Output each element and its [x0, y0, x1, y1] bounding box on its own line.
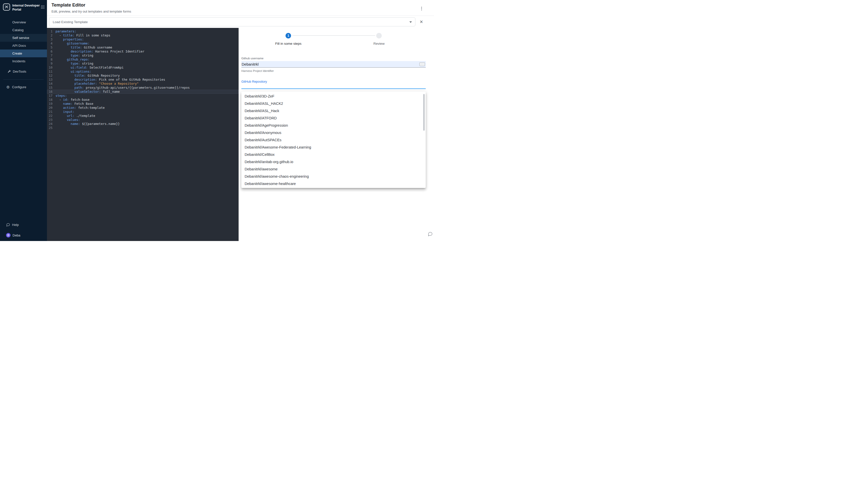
line-content: type: string: [53, 62, 93, 66]
stepper: 1 Fill in some steps Review: [239, 28, 434, 51]
line-number: 6: [47, 50, 53, 54]
line-number: 23: [47, 118, 53, 122]
line-content: description: Pick one of the GitHub Repo…: [53, 78, 165, 82]
template-form: Github username Debanitrkl ··· Harness P…: [241, 57, 426, 188]
line-content: - title: Fill in some steps: [53, 33, 110, 37]
code-line: 10 ui:field: SelectFieldFromApi: [47, 66, 239, 70]
user-menu[interactable]: D Deba: [0, 232, 47, 239]
stepper-step-1-label: Fill in some steps: [275, 42, 301, 46]
repo-option[interactable]: Debanitrkl/ATFORD: [241, 115, 426, 122]
repo-option[interactable]: Debanitrkl/Anonymous: [241, 129, 426, 137]
sidebar-item-api-docs[interactable]: API Docs: [0, 42, 47, 50]
line-content: input:: [53, 110, 74, 114]
autofill-ellipsis-icon[interactable]: ···: [420, 62, 425, 66]
stepper-connector: [292, 35, 375, 36]
line-number: 21: [47, 110, 53, 114]
sidebar-item-overview[interactable]: Overview: [0, 18, 47, 26]
line-content: placeholder: "Choose a Repository": [53, 82, 138, 86]
sidebar-item-devtools[interactable]: DevTools: [0, 68, 47, 76]
repo-options: Debanitrkl/3D-ZeFDebanitrkl/ASL_HACK2Deb…: [241, 93, 426, 187]
sidebar-item-incidents[interactable]: Incidents: [0, 57, 47, 65]
line-content: steps:: [53, 94, 67, 98]
sidebar-item-self-service[interactable]: Self service: [0, 34, 47, 42]
line-number: 1: [47, 29, 53, 33]
repo-option[interactable]: Debanitrkl/AgeProgression: [241, 122, 426, 129]
line-number: 11: [47, 70, 53, 73]
repo-option[interactable]: Debanitrkl/awesome-chaos-engineering: [241, 173, 426, 180]
repo-option[interactable]: Debanitrkl/awesome: [241, 165, 426, 173]
github-repository-label: GitHub Repository: [241, 80, 426, 84]
apps-grid-icon[interactable]: [41, 5, 44, 10]
line-number: 10: [47, 66, 53, 70]
repo-option[interactable]: Debanitrkl/ASL_Hack: [241, 107, 426, 115]
app-root: Internal Developer Portal OverviewCatalo…: [0, 0, 434, 241]
page-title: Template Editor: [52, 2, 434, 8]
repo-option[interactable]: Debanitrkl/Awesome-Federated-Learning: [241, 144, 426, 151]
code-line: 17steps:: [47, 94, 239, 98]
code-line: 21 input:: [47, 110, 239, 114]
line-number: 8: [47, 58, 53, 62]
repo-option[interactable]: Debanitrkl/awesome-healthcare: [241, 180, 426, 187]
line-number: 7: [47, 54, 53, 58]
github-username-input[interactable]: Debanitrkl ···: [241, 61, 426, 68]
repo-option[interactable]: Debanitrkl/3D-ZeF: [241, 93, 426, 100]
kebab-menu-icon[interactable]: [421, 5, 423, 11]
repo-option[interactable]: Debanitrkl/ASL_HACK2: [241, 100, 426, 107]
line-content: parameters:: [53, 29, 76, 33]
line-content: title: GitHub Repository: [53, 73, 120, 78]
close-icon[interactable]: ×: [420, 19, 423, 25]
github-username-value: Debanitrkl: [241, 62, 259, 66]
line-number: 24: [47, 122, 53, 126]
line-content: ui:field: SelectFieldFromApi: [53, 66, 124, 70]
sidebar-item-configure[interactable]: ⚙ Configure: [0, 83, 47, 91]
line-number: 17: [47, 94, 53, 98]
chevron-down-icon: [409, 21, 412, 23]
form-preview-panel: 1 Fill in some steps Review Github usern…: [239, 28, 434, 241]
help-label: Help: [12, 223, 19, 227]
feedback-chat-icon[interactable]: [428, 232, 433, 237]
stepper-step-2: Review: [373, 33, 384, 46]
help-button[interactable]: Help: [0, 221, 47, 229]
code-line: 16 valueSelector: full_name: [47, 90, 239, 94]
code-lines: 1parameters:2 - title: Fill in some step…: [47, 29, 239, 130]
line-number: 14: [47, 82, 53, 86]
line-content: title: Github username: [53, 46, 112, 50]
page-subtitle: Edit, preview, and try out templates and…: [52, 9, 434, 13]
sidebar-item-create[interactable]: Create: [0, 50, 47, 57]
line-content: path: proxy/github-api/users/{{parameter…: [53, 86, 190, 90]
line-content: description: Harness Project Identifier: [53, 50, 145, 54]
repo-option[interactable]: Debanitrkl/AutSPACEs: [241, 137, 426, 144]
code-editor[interactable]: 1parameters:2 - title: Fill in some step…: [47, 28, 239, 241]
code-line: 20 action: fetch:template: [47, 106, 239, 110]
gear-icon: ⚙: [6, 85, 10, 89]
line-number: 4: [47, 41, 53, 46]
line-number: 16: [47, 90, 53, 94]
code-line: 12 title: GitHub Repository: [47, 73, 239, 78]
avatar: D: [6, 233, 10, 238]
github-repository-input[interactable]: [241, 84, 426, 89]
github-username-label: Github username: [241, 57, 426, 60]
line-number: 12: [47, 73, 53, 78]
code-line: 6 description: Harness Project Identifie…: [47, 50, 239, 54]
line-content: values:: [53, 118, 80, 122]
sidebar-nav: OverviewCatalogSelf serviceAPI DocsCreat…: [0, 18, 47, 65]
line-number: 3: [47, 37, 53, 41]
repo-option[interactable]: Debanitrkl/anitab-org.github.io: [241, 158, 426, 165]
repo-option[interactable]: Debanitrkl/CellBox: [241, 151, 426, 158]
code-line: 14 placeholder: "Choose a Repository": [47, 82, 239, 86]
sidebar-item-label: DevTools: [13, 70, 26, 73]
line-number: 25: [47, 126, 53, 130]
line-number: 22: [47, 114, 53, 118]
line-number: 19: [47, 102, 53, 106]
code-line: 13 description: Pick one of the GitHub R…: [47, 78, 239, 82]
sidebar-item-catalog[interactable]: Catalog: [0, 26, 47, 34]
line-content: - id: fetch-base: [53, 98, 89, 102]
line-content: name: ${{parameters.name}}: [53, 122, 120, 126]
code-line: 11 ui:options:: [47, 70, 239, 73]
code-line: 15 path: proxy/github-api/users/{{parame…: [47, 86, 239, 90]
load-template-select[interactable]: Load Existing Template: [49, 17, 415, 26]
dropdown-scrollbar[interactable]: [423, 94, 425, 131]
line-content: valueSelector: full_name: [53, 90, 120, 94]
line-content: ui:options:: [53, 70, 91, 73]
line-number: 9: [47, 62, 53, 66]
